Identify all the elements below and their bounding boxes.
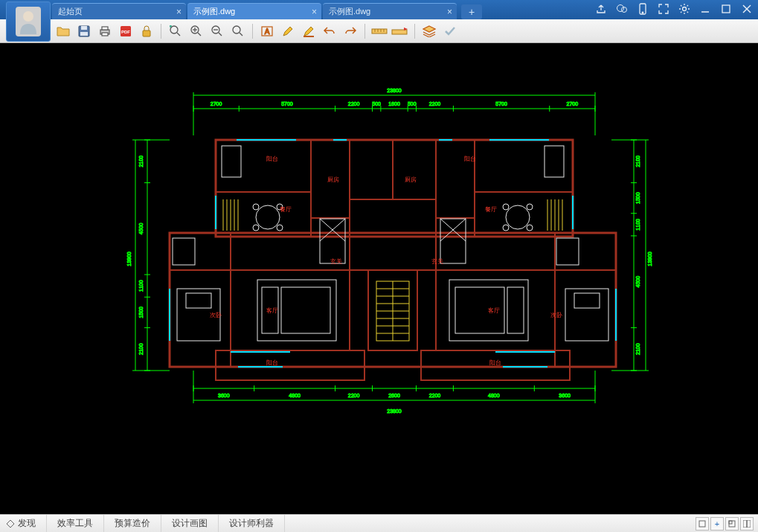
text-button[interactable]: A <box>257 22 277 40</box>
svg-text:1100: 1100 <box>635 219 640 231</box>
svg-rect-189 <box>574 293 600 308</box>
svg-rect-169 <box>545 146 564 177</box>
highlight-button[interactable] <box>299 22 318 40</box>
wechat-icon[interactable] <box>615 2 629 16</box>
svg-text:阳台: 阳台 <box>464 156 476 162</box>
tab-add-button[interactable]: + <box>461 4 482 19</box>
svg-rect-214 <box>729 521 732 524</box>
tab-label: 示例图.dwg <box>329 6 370 17</box>
separator <box>414 24 415 39</box>
svg-text:5700: 5700 <box>495 101 507 106</box>
svg-rect-168 <box>222 146 241 177</box>
layout-button[interactable] <box>740 517 754 531</box>
share-icon[interactable] <box>594 2 608 16</box>
window-controls <box>594 2 754 16</box>
svg-text:2100: 2100 <box>635 156 640 167</box>
measure-continuous-button[interactable] <box>391 22 410 40</box>
undo-button[interactable] <box>320 22 339 40</box>
svg-rect-7 <box>722 5 730 13</box>
zoom-in-button[interactable] <box>187 22 206 40</box>
svg-rect-192 <box>281 287 330 333</box>
svg-rect-197 <box>173 238 195 265</box>
open-button[interactable] <box>54 22 73 40</box>
svg-line-20 <box>177 33 180 36</box>
save-button[interactable] <box>74 22 94 40</box>
status-drawing[interactable]: 设计画图 <box>161 515 219 532</box>
tab-file-2[interactable]: 示例图.dwg × <box>323 3 457 19</box>
check-button[interactable] <box>440 22 460 40</box>
svg-point-1 <box>617 5 624 12</box>
svg-rect-212 <box>699 521 705 527</box>
svg-text:厨房: 厨房 <box>405 176 417 183</box>
svg-text:餐厅: 餐厅 <box>485 206 497 213</box>
model-button[interactable] <box>696 517 709 531</box>
svg-point-28 <box>233 26 240 33</box>
measure-button[interactable] <box>370 22 389 40</box>
pencil-button[interactable] <box>278 22 298 40</box>
drawing-canvas[interactable]: 23800 2700570022005001600500220057002700… <box>0 43 758 514</box>
close-icon[interactable]: × <box>447 7 452 17</box>
svg-point-4 <box>642 12 643 13</box>
grid-button[interactable]: + <box>710 517 724 531</box>
zoom-out-button[interactable] <box>208 22 227 40</box>
svg-text:厨房: 厨房 <box>327 176 339 183</box>
status-discover[interactable]: 发现 <box>0 515 47 532</box>
close-icon[interactable]: × <box>176 7 182 17</box>
tab-file-1[interactable]: 示例图.dwg × <box>187 3 321 19</box>
svg-text:5700: 5700 <box>281 101 293 106</box>
svg-text:2600: 2600 <box>388 393 400 398</box>
close-icon[interactable]: × <box>312 7 317 17</box>
tab-start[interactable]: 起始页 × <box>52 3 186 19</box>
svg-rect-216 <box>747 520 751 528</box>
close-window-icon[interactable] <box>740 2 754 16</box>
toolbar: PDF A <box>0 19 758 43</box>
layers-button[interactable] <box>420 22 439 40</box>
minimize-icon[interactable] <box>698 2 712 16</box>
status-bar: 发现 效率工具 预算造价 设计画图 设计师利器 + <box>0 514 758 532</box>
svg-point-171 <box>253 204 259 210</box>
gear-icon[interactable] <box>678 2 691 16</box>
pdf-button[interactable]: PDF <box>116 22 135 40</box>
zoom-window-button[interactable] <box>228 22 248 40</box>
status-tools[interactable]: 效率工具 <box>47 515 104 532</box>
print-button[interactable] <box>95 22 115 40</box>
svg-text:2100: 2100 <box>138 156 144 167</box>
titlebar: 起始页 × 示例图.dwg × 示例图.dwg × + <box>0 0 758 19</box>
separator <box>161 24 161 39</box>
svg-text:4500: 4500 <box>138 222 144 234</box>
svg-point-178 <box>503 225 509 231</box>
svg-rect-119 <box>216 350 364 380</box>
zoom-extents-button[interactable] <box>166 22 185 40</box>
svg-line-22 <box>198 33 201 36</box>
svg-point-174 <box>277 225 283 231</box>
svg-text:2200: 2200 <box>348 393 360 398</box>
separator <box>364 24 365 39</box>
mobile-icon[interactable] <box>636 2 649 16</box>
svg-rect-196 <box>556 238 579 265</box>
svg-text:2200: 2200 <box>429 393 441 398</box>
svg-text:4800: 4800 <box>289 393 301 398</box>
svg-text:客厅: 客厅 <box>266 307 278 314</box>
user-avatar[interactable] <box>6 1 51 42</box>
svg-text:A: A <box>265 28 270 36</box>
svg-text:客厅: 客厅 <box>488 307 500 314</box>
svg-text:玄关: 玄关 <box>431 258 443 265</box>
floor-plan-drawing: 23800 2700570022005001600500220057002700… <box>0 43 758 514</box>
fullscreen-icon[interactable] <box>657 2 670 16</box>
svg-text:500: 500 <box>408 101 417 106</box>
lock-button[interactable] <box>137 22 156 40</box>
svg-text:500: 500 <box>372 101 381 106</box>
svg-text:23800: 23800 <box>387 88 402 93</box>
snap-button[interactable] <box>725 517 739 531</box>
svg-rect-187 <box>186 293 211 308</box>
svg-text:2700: 2700 <box>567 101 579 106</box>
redo-button[interactable] <box>341 22 360 40</box>
svg-text:3600: 3600 <box>218 393 230 398</box>
tab-label: 起始页 <box>58 6 83 17</box>
svg-point-0 <box>23 11 33 22</box>
svg-point-179 <box>527 225 533 231</box>
maximize-icon[interactable] <box>719 2 733 16</box>
status-budget[interactable]: 预算造价 <box>104 515 161 532</box>
status-designer[interactable]: 设计师利器 <box>219 515 285 532</box>
tab-label: 示例图.dwg <box>193 6 235 17</box>
